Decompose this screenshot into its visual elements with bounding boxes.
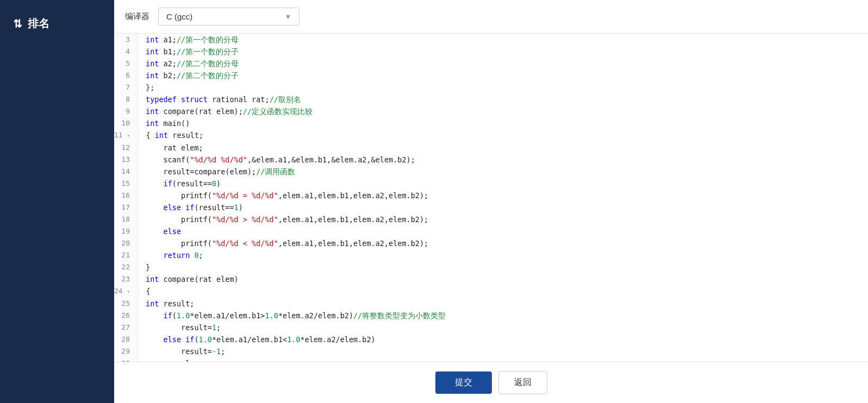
line-content: printf("%d/%d < %d/%d",elem.a1,elem.b1,e… bbox=[138, 237, 428, 249]
code-editor[interactable]: 3int a1;//第一个数的分母4int b1;//第一个数的分子5int a… bbox=[114, 34, 868, 362]
line-number: 3 bbox=[114, 34, 138, 46]
line-content: printf("%d/%d = %d/%d",elem.a1,elem.b1,e… bbox=[138, 190, 428, 202]
line-number: 20 bbox=[114, 237, 138, 249]
code-line: 28 else if(1.0*elem.a1/elem.b1<1.0*elem.… bbox=[114, 333, 868, 345]
line-content: } bbox=[138, 261, 150, 273]
line-number: 29 bbox=[114, 345, 138, 357]
code-line: 25int result; bbox=[114, 298, 868, 310]
line-content: }; bbox=[138, 81, 154, 93]
code-line: 9int compare(rat elem);//定义函数实现比较 bbox=[114, 105, 868, 117]
code-line: 18 printf("%d/%d > %d/%d",elem.a1,elem.b… bbox=[114, 213, 868, 225]
brand-label: 排名 bbox=[28, 16, 49, 31]
code-line: 5int a2;//第二个数的分母 bbox=[114, 58, 868, 70]
footer-bar: 提交 返回 bbox=[114, 362, 868, 403]
line-number: 30 bbox=[114, 357, 138, 362]
line-content: else bbox=[138, 357, 199, 362]
line-number: 19 bbox=[114, 225, 138, 237]
line-number: 21 bbox=[114, 249, 138, 261]
submit-button[interactable]: 提交 bbox=[435, 371, 492, 394]
sidebar-brand: ⇅ 排名 bbox=[0, 11, 114, 47]
line-number: 6 bbox=[114, 70, 138, 81]
line-number: 17 bbox=[114, 202, 138, 213]
line-content: int b1;//第一个数的分子 bbox=[138, 46, 239, 58]
line-content: scanf("%d/%d %d/%d",&elem.a1,&elem.b1,&e… bbox=[138, 154, 415, 166]
line-number: 7 bbox=[114, 81, 138, 93]
compiler-select[interactable]: C (gcc) ▼ bbox=[158, 8, 299, 26]
line-content: if(1.0*elem.a1/elem.b1>1.0*elem.a2/elem.… bbox=[138, 310, 446, 322]
code-line: 20 printf("%d/%d < %d/%d",elem.a1,elem.b… bbox=[114, 237, 868, 249]
line-number: 18 bbox=[114, 213, 138, 225]
line-number: 22 bbox=[114, 261, 138, 273]
line-content: int compare(rat elem);//定义函数实现比较 bbox=[138, 105, 313, 117]
code-line: 8typedef struct rational rat;//取别名 bbox=[114, 93, 868, 105]
line-content: int a2;//第二个数的分母 bbox=[138, 58, 239, 70]
code-line: 16 printf("%d/%d = %d/%d",elem.a1,elem.b… bbox=[114, 190, 868, 202]
line-number: 15 bbox=[114, 178, 138, 190]
line-number: 4 bbox=[114, 46, 138, 58]
line-content: rat elem; bbox=[138, 142, 203, 154]
code-line: 7}; bbox=[114, 81, 868, 93]
line-number: 5 bbox=[114, 58, 138, 70]
code-line: 21 return 0; bbox=[114, 249, 868, 261]
code-line: 22} bbox=[114, 261, 868, 273]
line-number: 13 bbox=[114, 154, 138, 166]
back-button[interactable]: 返回 bbox=[498, 371, 547, 394]
line-number: 11 ▾ bbox=[114, 129, 139, 142]
code-line: 30 else bbox=[114, 357, 868, 362]
line-number: 26 bbox=[114, 310, 138, 322]
line-content: int a1;//第一个数的分母 bbox=[138, 34, 239, 46]
compiler-row: 编译器 C (gcc) ▼ bbox=[114, 0, 868, 34]
line-content: { bbox=[139, 285, 151, 298]
code-line: 19 else bbox=[114, 225, 868, 237]
code-line: 23int compare(rat elem) bbox=[114, 273, 868, 285]
code-line: 14 result=compare(elem);//调用函数 bbox=[114, 166, 868, 178]
line-number: 24 ▾ bbox=[114, 285, 139, 298]
line-content: int main() bbox=[138, 117, 190, 129]
line-number: 8 bbox=[114, 93, 138, 105]
line-content: else bbox=[138, 225, 181, 237]
line-content: result=-1; bbox=[138, 345, 225, 357]
line-number: 23 bbox=[114, 273, 138, 285]
line-content: int result; bbox=[138, 298, 194, 310]
line-content: result=compare(elem);//调用函数 bbox=[138, 166, 295, 178]
code-line: 13 scanf("%d/%d %d/%d",&elem.a1,&elem.b1… bbox=[114, 154, 868, 166]
line-content: else if(1.0*elem.a1/elem.b1<1.0*elem.a2/… bbox=[138, 333, 376, 345]
compiler-label: 编译器 bbox=[125, 11, 149, 22]
code-line: 27 result=1; bbox=[114, 322, 868, 333]
chevron-down-icon: ▼ bbox=[285, 13, 291, 21]
brand-icon: ⇅ bbox=[13, 17, 22, 30]
line-content: typedef struct rational rat;//取别名 bbox=[138, 93, 301, 105]
line-number: 25 bbox=[114, 298, 138, 310]
code-line: 29 result=-1; bbox=[114, 345, 868, 357]
line-number: 10 bbox=[114, 117, 138, 129]
line-content: if(result==0) bbox=[138, 178, 221, 190]
line-number: 28 bbox=[114, 333, 138, 345]
line-number: 16 bbox=[114, 190, 138, 202]
code-line: 15 if(result==0) bbox=[114, 178, 868, 190]
code-line: 4int b1;//第一个数的分子 bbox=[114, 46, 868, 58]
line-content: else if(result==1) bbox=[138, 202, 243, 213]
compiler-selected-value: C (gcc) bbox=[166, 12, 192, 21]
line-number: 12 bbox=[114, 142, 138, 154]
code-line: 12 rat elem; bbox=[114, 142, 868, 154]
code-line: 26 if(1.0*elem.a1/elem.b1>1.0*elem.a2/el… bbox=[114, 310, 868, 322]
line-number: 27 bbox=[114, 322, 138, 333]
line-content: result=1; bbox=[138, 322, 221, 333]
line-content: return 0; bbox=[138, 249, 203, 261]
line-number: 9 bbox=[114, 105, 138, 117]
code-line: 6int b2;//第二个数的分子 bbox=[114, 70, 868, 81]
main-panel: 编译器 C (gcc) ▼ 3int a1;//第一个数的分母4int b1;/… bbox=[114, 0, 868, 403]
code-line: 17 else if(result==1) bbox=[114, 202, 868, 213]
line-content: { int result; bbox=[139, 129, 204, 142]
code-line: 10int main() bbox=[114, 117, 868, 129]
sidebar: ⇅ 排名 bbox=[0, 0, 114, 403]
line-content: int compare(rat elem) bbox=[138, 273, 239, 285]
code-line: 3int a1;//第一个数的分母 bbox=[114, 34, 868, 46]
line-number: 14 bbox=[114, 166, 138, 178]
code-line: 11 ▾{ int result; bbox=[114, 129, 868, 142]
line-content: int b2;//第二个数的分子 bbox=[138, 70, 239, 81]
line-content: printf("%d/%d > %d/%d",elem.a1,elem.b1,e… bbox=[138, 213, 428, 225]
code-line: 24 ▾{ bbox=[114, 285, 868, 298]
